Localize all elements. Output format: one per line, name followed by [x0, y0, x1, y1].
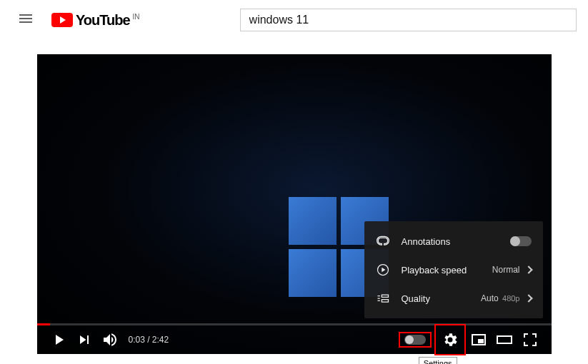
fullscreen-button[interactable] [517, 327, 543, 353]
youtube-logo-icon [51, 13, 73, 27]
play-button[interactable] [46, 327, 71, 353]
chevron-right-icon [524, 294, 532, 302]
menu-item-playback-speed[interactable]: Playback speed Normal [364, 256, 543, 284]
settings-tooltip: Settings [419, 357, 457, 364]
annotations-toggle[interactable] [510, 236, 532, 246]
youtube-logo-text: YouTube [76, 12, 130, 29]
playback-label: Playback speed [402, 265, 492, 275]
search-input[interactable] [240, 9, 577, 31]
volume-button[interactable] [97, 327, 123, 353]
settings-menu: Annotations Playback speed Normal Qualit… [364, 221, 543, 318]
playback-value: Normal [492, 265, 520, 275]
playback-icon [376, 263, 390, 277]
menu-item-quality[interactable]: Quality Auto 480p [364, 284, 543, 313]
video-player[interactable]: Annotations Playback speed Normal Qualit… [37, 54, 552, 354]
theater-button[interactable] [492, 327, 517, 353]
player-controls: 0:03 / 2:42 [37, 325, 552, 354]
quality-icon [376, 291, 390, 305]
logo-area[interactable]: YouTube IN [51, 12, 140, 29]
chevron-right-icon [524, 266, 532, 273]
next-button[interactable] [71, 327, 97, 353]
country-code: IN [133, 13, 140, 21]
time-display: 0:03 / 2:42 [129, 335, 169, 345]
annotations-label: Annotations [402, 236, 510, 247]
settings-highlight [434, 324, 466, 355]
header: YouTube IN [0, 0, 588, 40]
autoplay-toggle[interactable] [404, 335, 426, 345]
annotations-icon [376, 234, 390, 248]
quality-value: Auto 480p [481, 293, 520, 303]
hamburger-menu-icon[interactable] [11, 4, 40, 36]
quality-label: Quality [402, 293, 481, 304]
miniplayer-button[interactable] [466, 327, 492, 353]
settings-button[interactable] [437, 327, 463, 353]
svg-rect-2 [497, 336, 512, 343]
svg-rect-1 [478, 339, 484, 343]
autoplay-highlight [399, 332, 432, 348]
menu-item-annotations[interactable]: Annotations [364, 227, 543, 256]
